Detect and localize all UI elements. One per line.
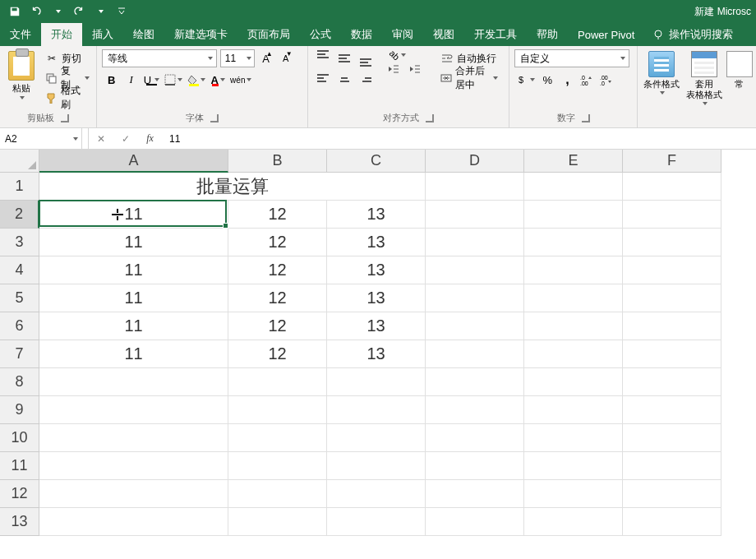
align-bottom-button[interactable]: [356, 49, 376, 67]
cell-F9[interactable]: [623, 396, 721, 424]
cells-area[interactable]: 批量运算111213111213111213111213111213111213: [39, 173, 756, 559]
phonetic-button[interactable]: wén: [228, 71, 254, 89]
cell-B9[interactable]: [228, 396, 327, 424]
tab-insert[interactable]: 插入: [82, 23, 123, 46]
cell-A6[interactable]: 11: [39, 312, 228, 340]
increase-indent-button[interactable]: [405, 62, 425, 76]
cell-D8[interactable]: [426, 368, 524, 396]
tab-review[interactable]: 审阅: [382, 23, 423, 46]
fill-color-button[interactable]: [185, 71, 208, 89]
row-header-1[interactable]: 1: [0, 173, 39, 201]
spreadsheet-grid[interactable]: ABCDEF 12345678910111213 批量运算11121311121…: [0, 150, 756, 559]
decrease-indent-button[interactable]: [384, 62, 403, 76]
tab-draw[interactable]: 绘图: [123, 23, 164, 46]
confirm-edit-button[interactable]: ✓: [113, 128, 138, 149]
cell-C3[interactable]: 13: [327, 229, 426, 256]
cell-E2[interactable]: [524, 201, 623, 229]
cell-A13[interactable]: [39, 508, 228, 536]
cell-B12[interactable]: [228, 480, 327, 508]
tab-formulas[interactable]: 公式: [300, 23, 341, 46]
align-top-button[interactable]: [313, 49, 333, 67]
row-header-2[interactable]: 2: [0, 201, 39, 229]
cell-E6[interactable]: [524, 312, 623, 340]
name-box[interactable]: A2: [0, 128, 82, 149]
cell-E13[interactable]: [524, 508, 623, 536]
cell-E8[interactable]: [524, 368, 623, 396]
align-left-button[interactable]: [313, 69, 333, 87]
cell-F5[interactable]: [623, 284, 721, 312]
cell-C7[interactable]: 13: [327, 340, 426, 368]
cell-B6[interactable]: 12: [228, 312, 327, 340]
cell-D9[interactable]: [426, 396, 524, 424]
cell-D12[interactable]: [426, 480, 524, 508]
row-header-13[interactable]: 13: [0, 508, 39, 536]
cell-A2[interactable]: 11: [39, 201, 228, 229]
table-format-button[interactable]: 套用 表格格式: [685, 49, 723, 107]
cell-C10[interactable]: [327, 424, 426, 452]
cell-F2[interactable]: [623, 201, 721, 229]
row-header-7[interactable]: 7: [0, 340, 39, 368]
row-header-12[interactable]: 12: [0, 480, 39, 508]
font-color-button[interactable]: A: [208, 71, 228, 89]
redo-button[interactable]: [69, 2, 89, 21]
cell-A11[interactable]: [39, 452, 228, 480]
select-all-corner[interactable]: [0, 150, 39, 173]
formula-input[interactable]: 11: [163, 128, 756, 149]
conditional-format-button[interactable]: 条件格式: [643, 49, 680, 107]
cell-A12[interactable]: [39, 480, 228, 508]
merge-center-button[interactable]: 合并后居中: [435, 69, 504, 87]
tab-view[interactable]: 视图: [423, 23, 464, 46]
cell-merged-title[interactable]: 批量运算: [39, 173, 426, 201]
tab-newtab[interactable]: 新建选项卡: [164, 23, 237, 46]
cell-A10[interactable]: [39, 424, 228, 452]
dialog-launcher-icon[interactable]: [426, 114, 434, 122]
column-header-D[interactable]: D: [426, 150, 524, 173]
cell-E7[interactable]: [524, 340, 623, 368]
decrease-decimal-button[interactable]: .00.0: [597, 71, 616, 89]
cell-B13[interactable]: [228, 508, 327, 536]
cell-C8[interactable]: [327, 368, 426, 396]
cell-B3[interactable]: 12: [228, 229, 327, 256]
tab-file[interactable]: 文件: [0, 23, 41, 46]
cell-C4[interactable]: 13: [327, 256, 426, 284]
percent-button[interactable]: %: [537, 71, 557, 89]
cell-F4[interactable]: [623, 256, 721, 284]
decrease-font-button[interactable]: A▼: [278, 49, 294, 67]
save-button[interactable]: [5, 2, 25, 21]
align-right-button[interactable]: [356, 69, 376, 87]
redo-dropdown[interactable]: [90, 2, 110, 21]
accounting-format-button[interactable]: $: [514, 71, 537, 89]
cell-E9[interactable]: [524, 396, 623, 424]
cell-F12[interactable]: [623, 480, 721, 508]
increase-font-button[interactable]: A▲: [258, 49, 274, 67]
row-header-3[interactable]: 3: [0, 229, 39, 256]
cell-E3[interactable]: [524, 229, 623, 256]
cell-C12[interactable]: [327, 480, 426, 508]
row-header-6[interactable]: 6: [0, 312, 39, 340]
cell-C9[interactable]: [327, 396, 426, 424]
row-header-5[interactable]: 5: [0, 284, 39, 312]
tell-me-search[interactable]: 操作说明搜索: [644, 23, 741, 46]
row-header-4[interactable]: 4: [0, 256, 39, 284]
column-header-B[interactable]: B: [228, 150, 327, 173]
cell-D4[interactable]: [426, 256, 524, 284]
cell-E1[interactable]: [524, 173, 623, 201]
cell-F3[interactable]: [623, 229, 721, 256]
cell-D1[interactable]: [426, 173, 524, 201]
increase-decimal-button[interactable]: .0.00: [577, 71, 597, 89]
cell-D10[interactable]: [426, 424, 524, 452]
row-header-9[interactable]: 9: [0, 396, 39, 424]
cell-A3[interactable]: 11: [39, 229, 228, 256]
cell-E5[interactable]: [524, 284, 623, 312]
font-size-combo[interactable]: 11: [220, 49, 255, 67]
cell-B10[interactable]: [228, 424, 327, 452]
number-format-combo[interactable]: 自定义: [514, 49, 629, 67]
cell-F13[interactable]: [623, 508, 721, 536]
dialog-launcher-icon[interactable]: [582, 114, 590, 122]
cell-F11[interactable]: [623, 452, 721, 480]
cell-styles-button[interactable]: 常: [728, 49, 751, 107]
cell-A4[interactable]: 11: [39, 256, 228, 284]
row-header-8[interactable]: 8: [0, 368, 39, 396]
cell-C11[interactable]: [327, 452, 426, 480]
tab-layout[interactable]: 页面布局: [237, 23, 300, 46]
